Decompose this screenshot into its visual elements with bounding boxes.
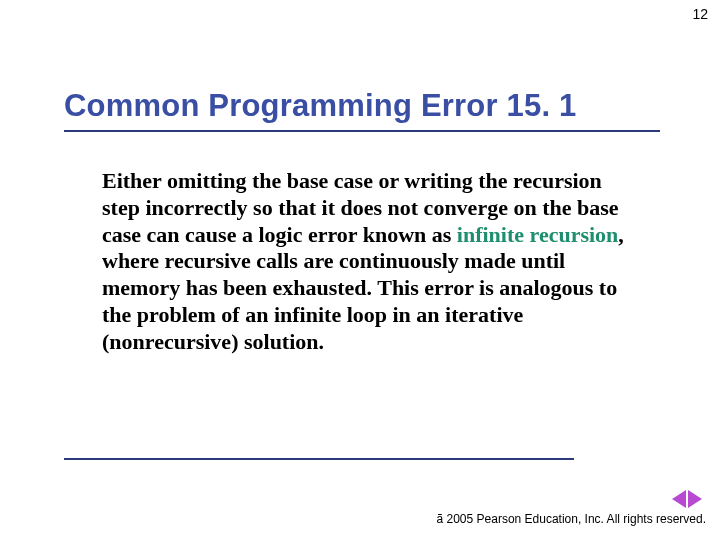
slide-heading: Common Programming Error 15. 1 [64, 88, 660, 132]
nav-arrows [672, 490, 702, 508]
next-arrow-icon[interactable] [688, 490, 702, 508]
body-paragraph: Either omitting the base case or writing… [102, 168, 642, 356]
keyword-infinite-recursion: infinite recursion [457, 222, 619, 247]
copyright-footer: ã 2005 Pearson Education, Inc. All right… [437, 512, 707, 526]
prev-arrow-icon[interactable] [672, 490, 686, 508]
lower-divider [64, 458, 574, 460]
page-number: 12 [692, 6, 708, 22]
